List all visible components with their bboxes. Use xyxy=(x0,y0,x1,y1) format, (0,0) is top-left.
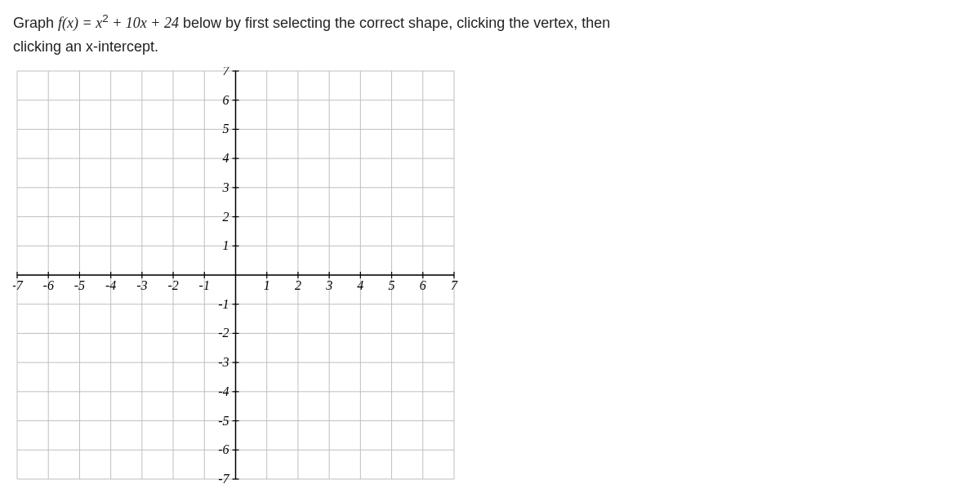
x-tick-label: -2 xyxy=(167,278,178,292)
x-tick-label: -1 xyxy=(199,278,210,292)
y-tick-label: -4 xyxy=(218,384,229,397)
y-tick-label: 1 xyxy=(223,238,229,252)
y-tick-label: -7 xyxy=(218,472,229,483)
coordinate-grid[interactable]: -7-6-5-4-3-2-11234567-7-6-5-4-3-2-112345… xyxy=(13,67,458,483)
x-tick-label: 4 xyxy=(357,278,363,292)
grid-svg[interactable]: -7-6-5-4-3-2-11234567-7-6-5-4-3-2-112345… xyxy=(13,67,458,483)
x-tick-label: 6 xyxy=(420,278,426,292)
x-tick-label: 2 xyxy=(295,278,301,292)
y-tick-label: -2 xyxy=(218,326,229,340)
x-tick-label: -6 xyxy=(43,278,54,292)
prompt-suffix2: clicking an x-intercept. xyxy=(13,38,158,55)
prompt-eq: = xyxy=(78,15,96,31)
x-tick-label: -5 xyxy=(74,278,85,292)
y-tick-label: -3 xyxy=(218,355,229,369)
y-tick-label: -6 xyxy=(218,442,229,456)
y-tick-label: 5 xyxy=(223,122,229,135)
y-tick-label: 4 xyxy=(223,151,229,165)
x-tick-label: -3 xyxy=(136,278,147,292)
x-tick-label: -7 xyxy=(13,278,24,292)
prompt-suffix1: below by first selecting the correct sha… xyxy=(179,15,610,31)
y-tick-label: 7 xyxy=(223,67,230,78)
y-tick-label: 2 xyxy=(223,209,229,223)
x-tick-label: 7 xyxy=(451,278,458,292)
prompt-rhs-var: x xyxy=(96,15,102,31)
y-tick-label: -5 xyxy=(218,413,229,427)
prompt-rhs-rest: + 10x + 24 xyxy=(109,15,179,31)
y-tick-label: -1 xyxy=(218,296,229,310)
prompt-rhs-exp: 2 xyxy=(102,12,109,24)
x-tick-label: 1 xyxy=(264,278,270,292)
x-tick-label: 5 xyxy=(389,278,395,292)
x-tick-label: 3 xyxy=(325,278,332,292)
y-tick-label: 6 xyxy=(223,92,229,106)
question-prompt: Graph f(x) = x2 + 10x + 24 below by firs… xyxy=(13,10,967,59)
prompt-fn: f(x) xyxy=(58,15,78,31)
x-tick-label: -4 xyxy=(105,278,116,292)
prompt-prefix: Graph xyxy=(13,15,58,31)
y-tick-label: 3 xyxy=(222,180,229,193)
